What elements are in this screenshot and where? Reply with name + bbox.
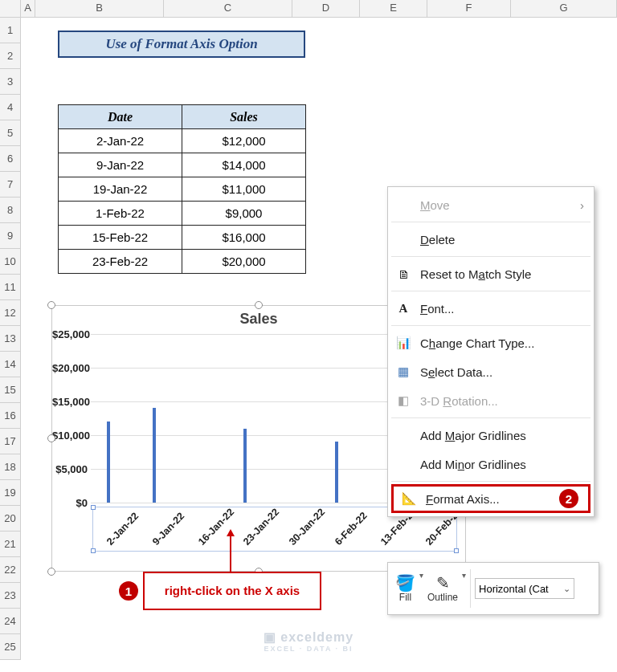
- row-header[interactable]: 1: [0, 18, 21, 43]
- x-axis-tick[interactable]: 30-Jan-22: [287, 507, 327, 548]
- y-axis-tick: $10,000: [52, 430, 88, 442]
- fill-label: Fill: [399, 592, 411, 603]
- menu-add-minor-gridlines[interactable]: Add Minor Gridlines: [388, 450, 594, 479]
- chart-handle[interactable]: [47, 568, 55, 576]
- table-row[interactable]: 9-Jan-22$14,000: [59, 153, 306, 177]
- column-header[interactable]: D: [292, 0, 360, 18]
- cell-date[interactable]: 23-Feb-22: [59, 250, 182, 274]
- row-header[interactable]: 4: [0, 95, 21, 120]
- menu-select-data[interactable]: ▦ Select Data...: [388, 357, 594, 386]
- cell-sales[interactable]: $20,000: [182, 250, 306, 274]
- row-header[interactable]: 17: [0, 429, 21, 454]
- page-title-text: Use of Format Axis Option: [105, 36, 257, 52]
- chart-bar[interactable]: [107, 422, 110, 503]
- table-row[interactable]: 19-Jan-22$11,000: [59, 177, 306, 202]
- row-header[interactable]: 8: [0, 198, 21, 223]
- table-row[interactable]: 15-Feb-22$16,000: [59, 226, 306, 250]
- y-axis-tick: $0: [52, 497, 88, 509]
- x-axis-tick[interactable]: 2-Jan-22: [104, 511, 141, 548]
- row-header[interactable]: 20: [0, 506, 21, 531]
- row-header[interactable]: 3: [0, 69, 21, 95]
- x-axis-tick[interactable]: 23-Jan-22: [241, 507, 281, 548]
- y-axis-tick: $5,000: [52, 463, 88, 475]
- chart-handle[interactable]: [47, 301, 55, 309]
- row-header[interactable]: 2: [0, 43, 21, 69]
- chart-element-combobox[interactable]: Horizontal (Cat ⌄: [475, 578, 574, 599]
- outline-button[interactable]: ✎ Outline: [425, 572, 460, 605]
- page-title: Use of Format Axis Option: [58, 31, 305, 58]
- th-date[interactable]: Date: [59, 105, 182, 129]
- y-axis-tick: $20,000: [52, 362, 88, 374]
- chart-handle[interactable]: [255, 301, 263, 309]
- row-header[interactable]: 5: [0, 120, 21, 146]
- menu-move: Move ›: [388, 190, 594, 219]
- cell-sales[interactable]: $12,000: [182, 129, 306, 153]
- row-header[interactable]: 12: [0, 300, 21, 326]
- row-header[interactable]: 23: [0, 583, 21, 609]
- chart-bar[interactable]: [153, 408, 156, 503]
- row-header[interactable]: 11: [0, 275, 21, 300]
- sales-table[interactable]: Date Sales 2-Jan-22$12,0009-Jan-22$14,00…: [58, 104, 306, 274]
- column-header[interactable]: A: [21, 0, 35, 18]
- watermark-tagline: EXCEL · DATA · BI: [0, 645, 617, 653]
- cell-date[interactable]: 1-Feb-22: [59, 202, 182, 226]
- dropdown-caret-icon[interactable]: ▾: [462, 571, 466, 580]
- combobox-value: Horizontal (Cat: [479, 583, 549, 595]
- watermark-icon: ▣: [264, 630, 280, 644]
- row-header[interactable]: 19: [0, 480, 21, 506]
- column-header[interactable]: G: [511, 0, 617, 18]
- row-header[interactable]: 9: [0, 223, 21, 249]
- row-header[interactable]: 6: [0, 146, 21, 172]
- fill-button[interactable]: 🪣 Fill: [393, 572, 418, 605]
- select-all-corner[interactable]: [0, 0, 21, 18]
- cell-sales[interactable]: $11,000: [182, 177, 306, 202]
- annotation-callout: right-click on the X axis: [143, 572, 321, 610]
- menu-add-major-gridlines[interactable]: Add Major Gridlines: [388, 421, 594, 450]
- outline-label: Outline: [427, 592, 458, 603]
- font-icon: A: [394, 302, 412, 316]
- row-header[interactable]: 21: [0, 531, 21, 557]
- chevron-down-icon: ⌄: [563, 584, 570, 594]
- cell-sales[interactable]: $9,000: [182, 202, 306, 226]
- row-header[interactable]: 15: [0, 377, 21, 403]
- cell-sales[interactable]: $14,000: [182, 153, 306, 177]
- menu-format-axis[interactable]: 📐 Format Axis... 2: [391, 484, 590, 513]
- chart-handle[interactable]: [47, 434, 55, 442]
- menu-change-chart-type[interactable]: 📊 Change Chart Type...: [388, 328, 594, 357]
- column-header[interactable]: B: [35, 0, 164, 18]
- menu-reset-style[interactable]: 🗎 Reset to Match Style: [388, 259, 594, 288]
- cell-sales[interactable]: $16,000: [182, 226, 306, 250]
- cell-date[interactable]: 2-Jan-22: [59, 129, 182, 153]
- row-header[interactable]: 7: [0, 172, 21, 198]
- cell-date[interactable]: 15-Feb-22: [59, 226, 182, 250]
- column-header[interactable]: C: [164, 0, 292, 18]
- column-header[interactable]: F: [427, 0, 511, 18]
- cube-icon: ◧: [394, 393, 412, 408]
- row-header[interactable]: 22: [0, 557, 21, 583]
- y-axis-tick: $15,000: [52, 396, 88, 408]
- cell-date[interactable]: 9-Jan-22: [59, 153, 182, 177]
- row-header[interactable]: 13: [0, 326, 21, 352]
- row-header[interactable]: 18: [0, 454, 21, 480]
- menu-font[interactable]: A Font...: [388, 294, 594, 323]
- row-header[interactable]: 10: [0, 249, 21, 275]
- chart-bar[interactable]: [335, 442, 338, 503]
- table-row[interactable]: 2-Jan-22$12,000: [59, 129, 306, 153]
- cell-date[interactable]: 19-Jan-22: [59, 177, 182, 202]
- chart-type-icon: 📊: [394, 336, 412, 350]
- dropdown-caret-icon[interactable]: ▾: [419, 571, 423, 580]
- column-header[interactable]: E: [360, 0, 427, 18]
- x-axis-tick[interactable]: 9-Jan-22: [150, 511, 186, 548]
- table-row[interactable]: 1-Feb-22$9,000: [59, 202, 306, 226]
- row-header[interactable]: 14: [0, 352, 21, 377]
- row-header[interactable]: 16: [0, 403, 21, 429]
- menu-delete[interactable]: Delete: [388, 225, 594, 254]
- reset-icon: 🗎: [394, 267, 412, 281]
- chart-bar[interactable]: [243, 429, 247, 503]
- step-badge-2: 2: [559, 489, 578, 508]
- watermark: ▣ exceldemy EXCEL · DATA · BI: [0, 629, 617, 653]
- watermark-brand: exceldemy: [280, 630, 353, 644]
- x-axis-tick[interactable]: 6-Feb-22: [333, 510, 370, 548]
- th-sales[interactable]: Sales: [182, 105, 306, 129]
- table-row[interactable]: 23-Feb-22$20,000: [59, 250, 306, 274]
